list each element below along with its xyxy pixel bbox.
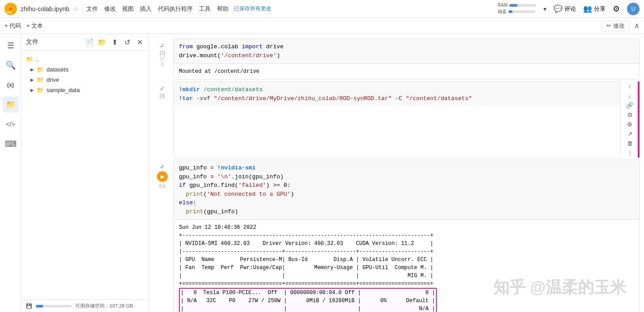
terminal-icon[interactable]: ⌨ (3, 136, 19, 152)
cell-3-accent-bar (638, 81, 640, 158)
tree-item-datasets[interactable]: ▶ 📁 datasets (21, 64, 148, 75)
close-sidebar-icon[interactable]: ✕ (135, 38, 144, 46)
tree-item-drive[interactable]: ▶ 📁 drive (21, 75, 148, 85)
variables-icon[interactable]: {x} (3, 77, 19, 93)
delete-cell-icon[interactable]: 🗑 (627, 140, 633, 147)
file-tree: 📁 .. ▶ 📁 datasets ▶ 📁 drive ▶ 📁 sample_d… (21, 51, 148, 299)
menu-help[interactable]: 帮助 (217, 5, 229, 13)
ram-label: RAM (498, 3, 508, 8)
cell-4-gutter: ✓ ▶ 0 b (153, 160, 171, 312)
cell-2-check: ✓ (160, 42, 165, 49)
new-folder-icon[interactable]: 📁 (97, 38, 106, 46)
main-area: ☰ 🔍 {x} 📁 </> ⌨ 文件 📄 📁 ⬆ ↺ ✕ 📁 .. (0, 34, 644, 312)
cell-2-num: [2] (160, 50, 165, 55)
upload-icon[interactable]: ⬆ (110, 38, 119, 46)
disk-label: 磁盘 (498, 8, 507, 15)
cell-3-actions: ↑ ↓ 🔗 ⧉ ⚙ ↗ 🗑 ⋮ (624, 81, 635, 158)
cell-2-code[interactable]: from google.colab import drive drive.mou… (174, 39, 639, 63)
resource-meter: RAM 磁盘 (498, 3, 536, 15)
cell-2-body: from google.colab import drive drive.mou… (173, 38, 640, 80)
cell-4-body[interactable]: gpu_info = !nvidia-smi gpu_info = '\n'.j… (173, 160, 640, 312)
disk-bar (508, 10, 535, 13)
comment-label: 评论 (564, 5, 576, 13)
more-options-icon[interactable]: ⋮ (627, 149, 633, 156)
copy-cell-icon[interactable]: ⧉ (628, 111, 632, 118)
cell-4-num: 0 b (159, 184, 165, 189)
cell-run-button[interactable]: ▶ (157, 171, 168, 182)
add-code-button[interactable]: + 代码 (4, 22, 21, 30)
menu-view[interactable]: 视图 (122, 5, 134, 13)
cell-share-icon[interactable]: ↗ (627, 131, 632, 137)
cell-2-line1: 17 (160, 56, 165, 61)
cell-2: ✓ [2] 17 9 from google.colab import driv… (153, 38, 640, 80)
sidebar-header: 文件 📄 📁 ⬆ ↺ ✕ (21, 34, 148, 51)
search-icon[interactable]: 🔍 (3, 57, 19, 73)
tree-label-datasets: datasets (47, 66, 68, 73)
cell-3-gutter: ✓ [3] (153, 81, 171, 158)
colab-logo-icon: PRO (4, 3, 17, 15)
add-text-button[interactable]: + 文本 (26, 22, 43, 30)
menu-runtime[interactable]: 代码执行程序 (158, 5, 193, 13)
edit-icon: ✏ (606, 22, 611, 29)
share-icon: 👥 (583, 4, 592, 13)
tree-label-sample-data: sample_data (47, 87, 80, 93)
star-icon[interactable]: ☆ (73, 5, 79, 13)
chevron-icon: ▶ (30, 77, 34, 82)
down-arrow-icon[interactable]: ↓ (628, 93, 631, 99)
comment-btn[interactable]: 💬 评论 (554, 4, 576, 13)
cell-settings-icon[interactable]: ⚙ (627, 121, 632, 128)
cell-4: ✓ ▶ 0 b gpu_info = !nvidia-smi gpu_info … (153, 160, 640, 312)
left-icon-bar: ☰ 🔍 {x} 📁 </> ⌨ (0, 34, 21, 312)
sidebar: 文件 📄 📁 ⬆ ↺ ✕ 📁 .. ▶ 📁 datasets (21, 34, 149, 312)
ram-bar (509, 4, 536, 7)
sidebar-toggle-icon[interactable]: ☰ (3, 38, 19, 54)
modify-button[interactable]: ✏ 修改 (602, 21, 630, 31)
menu-tools[interactable]: 工具 (199, 5, 211, 13)
disk-usage-bar (36, 305, 72, 308)
folder-icon: 📁 (37, 76, 44, 83)
tree-item-sample-data[interactable]: ▶ 📁 sample_data (21, 85, 148, 95)
up-arrow-icon[interactable]: ↑ (628, 83, 631, 90)
folder-icon: 📁 (37, 87, 44, 93)
menu-file[interactable]: 文件 (86, 5, 98, 13)
files-icon[interactable]: 📁 (3, 97, 19, 113)
cell-3-num: [3] (160, 93, 165, 98)
file-name[interactable]: zhihu-colab.ipynb (21, 5, 69, 13)
menu-divider (82, 4, 83, 13)
link-icon[interactable]: 🔗 (626, 102, 633, 109)
menu-edit[interactable]: 修改 (104, 5, 116, 13)
cell-4-code[interactable]: gpu_info = !nvidia-smi gpu_info = '\n'.j… (174, 160, 639, 219)
settings-icon[interactable]: ⚙ (613, 4, 620, 14)
avatar[interactable]: U (627, 3, 640, 15)
sidebar-title: 文件 (26, 38, 38, 46)
cell-2-output: Mounted at /content/drive (174, 63, 639, 79)
dropdown-btn[interactable]: ▾ (543, 5, 547, 13)
topbar: PRO zhihu-colab.ipynb ☆ 文件 修改 视图 插入 代码执行… (0, 0, 644, 18)
top-right-area: RAM 磁盘 ▾ 💬 评论 👥 分享 ⚙ U (498, 3, 640, 15)
refresh-icon[interactable]: ↺ (123, 38, 131, 46)
chevron-icon: ▶ (30, 88, 34, 93)
colab-logo-group: PRO (4, 3, 17, 15)
menu-insert[interactable]: 插入 (140, 5, 152, 13)
sidebar-bottom: 💾 可用存储空间：107.28 GB (21, 299, 148, 312)
cell-3-check: ✓ (160, 85, 165, 92)
comment-icon: 💬 (554, 4, 563, 13)
tree-item-parent[interactable]: 📁 .. (21, 54, 148, 64)
svg-text:PRO: PRO (6, 11, 12, 14)
code-snippets-icon[interactable]: </> (3, 116, 19, 132)
share-label: 分享 (594, 5, 606, 13)
disk-available-label: 可用存储空间：107.28 GB (75, 303, 133, 309)
cell-4-check: ✓ (160, 163, 165, 170)
chevron-icon: ▶ (30, 67, 34, 72)
cell-3-body[interactable]: !mkdir /content/datasets !tar -xvf "/con… (173, 81, 621, 158)
collapse-icon[interactable]: ∧ (634, 21, 640, 30)
cell-3-code[interactable]: !mkdir /content/datasets !tar -xvf "/con… (174, 82, 620, 106)
notebook: ✓ [2] 17 9 from google.colab import driv… (149, 34, 644, 312)
tree-item-label: .. (36, 56, 39, 63)
ram-fill (509, 4, 517, 7)
disk-fill (508, 10, 513, 13)
cell-2-line2: 9 (161, 62, 164, 67)
new-file-icon[interactable]: 📄 (85, 38, 94, 46)
share-btn[interactable]: 👥 分享 (583, 4, 606, 13)
disk-icon: 💾 (26, 303, 32, 309)
